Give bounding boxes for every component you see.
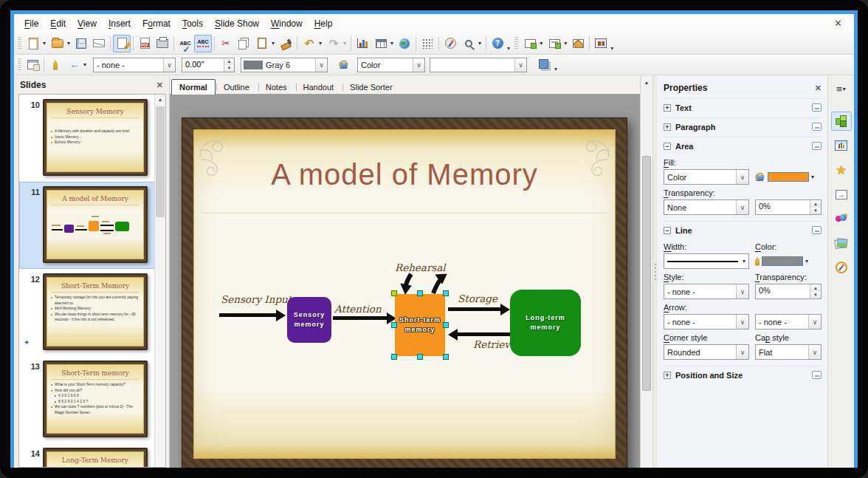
hyperlink-button[interactable] [396,35,413,52]
menu-tools[interactable]: Tools [176,16,209,31]
tab-notes[interactable]: Notes [258,79,295,95]
short-term-memory-box[interactable]: Short-term memory [395,294,445,356]
line-width-spinner[interactable]: 0.00" ▲▼ [182,58,235,72]
animation-marker-icon[interactable]: ✦ [24,338,30,346]
spin-down-icon[interactable]: ▼ [810,208,821,215]
auto-spellcheck-button[interactable]: ABC [194,35,212,52]
slide-thumbnail-14[interactable]: 14 Long-Term Memory [19,443,165,468]
spin-up-icon[interactable]: ▲ [224,58,234,65]
fill-type-select[interactable]: Color ∨ [664,169,749,185]
slide-thumbnail-12[interactable]: ✦ 12 Short-Term Memory Temporary storage… [19,269,165,356]
selection-handle[interactable] [417,290,423,296]
slide-title[interactable]: A model of Memory [194,158,615,191]
window-close-button[interactable]: ✕ [827,18,850,29]
menu-help[interactable]: Help [309,16,339,31]
properties-close-button[interactable]: ✕ [815,83,822,93]
storage-arrow[interactable] [448,307,501,311]
undo-button[interactable]: ↶▾ [300,35,324,52]
line-transparency-spinner[interactable]: 0% ▲▼ [755,284,822,299]
print-button[interactable] [154,35,171,52]
slide-canvas[interactable]: A model of Memory Sensory Input Sensory … [170,95,640,468]
edit-file-button[interactable] [113,35,131,52]
arrow-style-button[interactable]: ←▾ [64,56,89,74]
clone-formatting-button[interactable] [277,35,294,52]
copy-button[interactable] [235,35,252,52]
selection-handle[interactable] [443,354,449,360]
line-color-swatch[interactable] [762,256,803,266]
spin-down-icon[interactable]: ▼ [810,292,821,299]
tab-slide-sorter[interactable]: Slide Sorter [342,79,400,95]
dropdown-arrow-icon[interactable]: ▾ [743,258,745,264]
navigator-button[interactable] [441,35,459,52]
export-pdf-button[interactable] [136,35,154,52]
redo-button[interactable]: ↷▾ [324,35,348,52]
selection-handle-rotate[interactable] [391,290,397,296]
slide-thumbnail-13[interactable]: 13 Short-Term memory What is your Short-… [19,356,165,443]
slide-layout-button[interactable]: ▾ [545,35,569,52]
sidebar-tab-slide-transition[interactable] [831,185,852,204]
sidebar-tab-master-pages[interactable] [831,136,852,155]
styles-window-button[interactable] [24,56,41,74]
attention-arrow[interactable] [333,316,388,320]
new-slide-button[interactable]: ▾ [520,35,545,52]
section-text[interactable]: + Text [664,98,822,116]
dialog-launcher-icon[interactable] [812,371,822,379]
line-style-select[interactable]: - none - ∨ [93,58,176,72]
sidebar-tab-properties[interactable] [831,112,852,131]
line-style-select[interactable]: - none - ∨ [664,284,749,299]
spellcheck-button[interactable]: ABC [176,35,194,52]
menu-window[interactable]: Window [265,16,309,31]
sensory-memory-box[interactable]: Sensory memory [287,297,331,343]
toolbar-overflow-arrow[interactable]: ▾ [506,45,512,54]
new-document-button[interactable]: ▾ [24,35,48,52]
insert-table-button[interactable]: ▾ [371,35,396,52]
dropdown-arrow-icon[interactable]: ▾ [811,174,814,180]
slides-panel-close-button[interactable]: ✕ [156,81,163,90]
save-button[interactable] [72,35,90,52]
sensory-input-arrow[interactable] [219,313,277,317]
section-area[interactable]: − Area [664,137,822,154]
sidebar-splitter[interactable] [652,76,658,468]
canvas-scrollbar[interactable]: ▲ [640,76,652,468]
section-line[interactable]: − Line [664,221,822,239]
slide-thumbnail-11-selected[interactable]: 11 A model of Memory [19,182,165,269]
expand-icon[interactable]: + [664,372,671,379]
toolbar-grip[interactable] [514,37,518,50]
slide-paper[interactable]: A model of Memory Sensory Input Sensory … [193,129,616,459]
menu-edit[interactable]: Edit [44,16,72,31]
toolbar-overflow-arrow[interactable]: ▾ [610,45,616,54]
transparency-spinner[interactable]: 0% ▲▼ [755,199,822,215]
collapse-icon[interactable]: − [664,227,671,234]
sidebar-tab-gallery[interactable] [831,233,852,253]
area-style-button[interactable] [335,56,353,74]
arrow-end-select[interactable]: - none - ∨ [755,314,822,330]
fill-type-select[interactable]: Color ∨ [357,58,425,72]
fill-color-select[interactable]: ∨ [430,58,527,72]
scrollbar-thumb[interactable] [156,106,165,217]
storage-label[interactable]: Storage [458,293,497,304]
menu-format[interactable]: Format [137,16,176,31]
selection-handle[interactable] [417,354,423,360]
scroll-up-icon[interactable]: ▲ [155,95,165,105]
toolbar-grip[interactable] [18,58,21,72]
open-button[interactable]: ▾ [48,35,72,52]
dropdown-arrow-icon[interactable]: ▾ [805,258,808,264]
tab-outline[interactable]: Outline [216,79,258,95]
scroll-up-icon[interactable]: ▲ [641,76,652,88]
section-position-size[interactable]: + Position and Size [664,366,822,383]
email-button[interactable] [90,35,108,52]
attention-label[interactable]: Attention [334,303,382,315]
corner-style-select[interactable]: Rounded ∨ [664,344,749,360]
cap-style-select[interactable]: Flat ∨ [755,344,822,360]
retrieval-arrow[interactable] [457,332,510,336]
slide-design-button[interactable] [569,35,587,52]
expand-icon[interactable]: + [664,123,671,131]
insert-chart-button[interactable] [354,35,371,52]
dialog-launcher-icon[interactable] [812,103,822,112]
help-button[interactable]: ? [489,35,506,52]
scrollbar-thumb[interactable] [642,156,651,391]
fill-color-swatch[interactable] [768,172,809,182]
rehearsal-label[interactable]: Rehearsal [395,262,446,273]
long-term-memory-box[interactable]: Long-term memory [510,290,581,356]
menu-view[interactable]: View [72,16,103,31]
